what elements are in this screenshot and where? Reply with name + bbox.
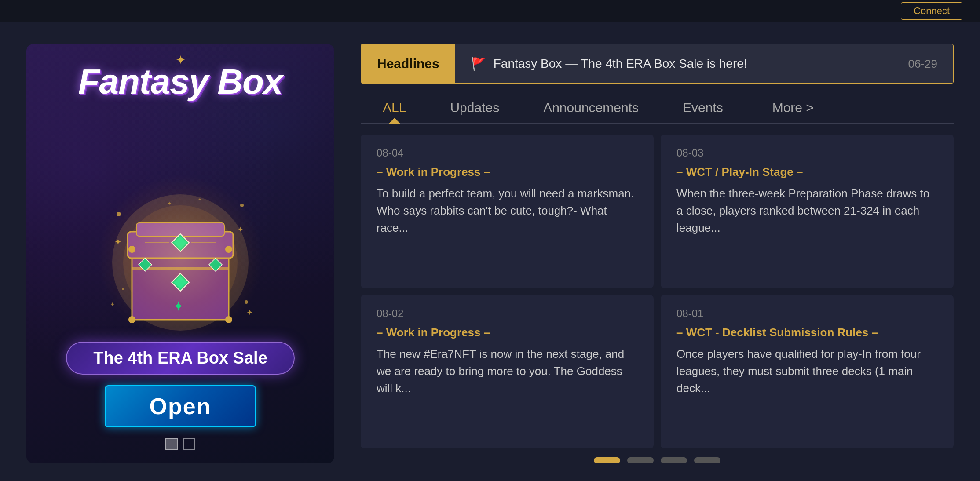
headlines-label: Headlines (361, 44, 455, 83)
pagination (361, 457, 954, 463)
news-grid: 08-04 – Work in Progress – To build a pe… (361, 135, 954, 448)
news-excerpt-2: The new #Era7NFT is now in the next stag… (377, 346, 638, 397)
right-panel: Headlines 🚩 Fantasy Box — The 4th ERA Bo… (361, 44, 954, 463)
carousel-controls (165, 438, 195, 450)
news-category-3: – WCT - Decklist Submission Rules – (676, 326, 938, 339)
left-panel: ✦ Fantasy Box (26, 44, 334, 463)
flag-icon: 🚩 (471, 57, 486, 71)
news-excerpt-1: When the three-week Preparation Phase dr… (676, 185, 938, 237)
main-content: ✦ Fantasy Box (0, 22, 980, 481)
news-card-1[interactable]: 08-03 – WCT / Play-In Stage – When the t… (661, 135, 954, 288)
top-bar: Connect (0, 0, 980, 22)
svg-text:✦: ✦ (246, 308, 253, 317)
news-card-2[interactable]: 08-02 – Work in Progress – The new #Era7… (361, 295, 654, 448)
tab-all[interactable]: ALL (361, 92, 428, 123)
page-dot-4[interactable] (694, 457, 720, 463)
news-card-3[interactable]: 08-01 – WCT - Decklist Submission Rules … (661, 295, 954, 448)
tab-more[interactable]: More > (755, 92, 831, 123)
treasure-box-image: ✦ ✦ ✦ ✦ ✦ ✦ ✦ (97, 175, 264, 342)
nav-tabs: ALL Updates Announcements Events More > (361, 92, 954, 124)
era-sale-banner: The 4th ERA Box Sale (66, 342, 295, 375)
tab-events[interactable]: Events (661, 92, 745, 123)
sparkle-decoration-top: ✦ (176, 53, 186, 67)
headlines-content[interactable]: 🚩 Fantasy Box — The 4th ERA Box Sale is … (455, 44, 953, 83)
news-date-1: 08-03 (676, 147, 938, 159)
carousel-dot-2[interactable] (183, 438, 195, 450)
headline-date: 06-29 (908, 57, 938, 71)
open-button[interactable]: Open (105, 385, 256, 427)
news-card-0[interactable]: 08-04 – Work in Progress – To build a pe… (361, 135, 654, 288)
tab-announcements[interactable]: Announcements (521, 92, 661, 123)
news-excerpt-0: To build a perfect team, you will need a… (377, 185, 638, 237)
page-dot-2[interactable] (627, 457, 654, 463)
nav-separator (750, 100, 750, 116)
carousel-dot-1[interactable] (165, 438, 178, 450)
connect-button[interactable]: Connect (901, 2, 962, 20)
headline-title: Fantasy Box — The 4th ERA Box Sale is he… (494, 57, 747, 71)
news-date-2: 08-02 (377, 307, 638, 320)
news-category-0: – Work in Progress – (377, 165, 638, 179)
page-dot-3[interactable] (661, 457, 687, 463)
news-date-3: 08-01 (676, 307, 938, 320)
fantasy-box-title: Fantasy Box (26, 62, 334, 102)
box-glow (97, 175, 264, 342)
news-category-1: – WCT / Play-In Stage – (676, 165, 938, 179)
headlines-bar: Headlines 🚩 Fantasy Box — The 4th ERA Bo… (361, 44, 954, 84)
news-excerpt-3: Once players have qualified for play-In … (676, 346, 938, 397)
headline-text: 🚩 Fantasy Box — The 4th ERA Box Sale is … (471, 57, 747, 71)
news-category-2: – Work in Progress – (377, 326, 638, 339)
page-dot-1[interactable] (594, 457, 620, 463)
news-date-0: 08-04 (377, 147, 638, 159)
tab-updates[interactable]: Updates (428, 92, 521, 123)
